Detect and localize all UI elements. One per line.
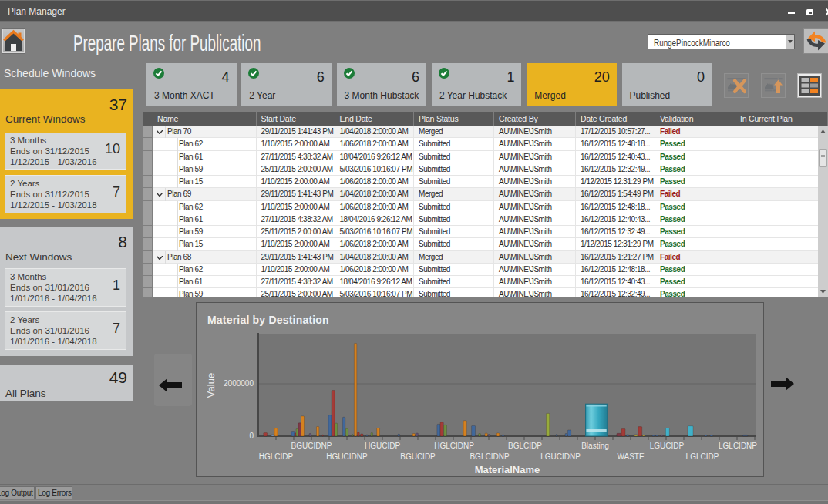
svg-text:BGUCIDNP: BGUCIDNP	[291, 442, 332, 450]
svg-text:LGUCIDP: LGUCIDP	[650, 442, 685, 450]
svg-text:MaterialName: MaterialName	[475, 464, 540, 475]
svg-text:Blasting: Blasting	[581, 442, 609, 450]
svg-text:LGLCIDP: LGLCIDP	[686, 452, 719, 461]
svg-text:HGLCIDNP: HGLCIDNP	[434, 442, 474, 450]
svg-text:BGLCIDNP: BGLCIDNP	[470, 452, 509, 461]
svg-text:HGUCIDNP: HGUCIDNP	[326, 452, 368, 461]
svg-text:2000000: 2000000	[224, 379, 254, 388]
svg-text:HGUCIDP: HGUCIDP	[365, 442, 400, 450]
svg-text:LGUCIDNP: LGUCIDNP	[540, 452, 581, 461]
svg-text:BGLCIDP: BGLCIDP	[508, 442, 542, 450]
svg-text:LGLCIDNP: LGLCIDNP	[719, 442, 757, 450]
svg-text:Value: Value	[205, 373, 217, 398]
svg-text:WASTE: WASTE	[617, 452, 645, 461]
svg-text:0: 0	[249, 432, 254, 440]
svg-text:BGUCIDP: BGUCIDP	[400, 452, 436, 461]
svg-text:HGLCIDP: HGLCIDP	[259, 452, 294, 461]
